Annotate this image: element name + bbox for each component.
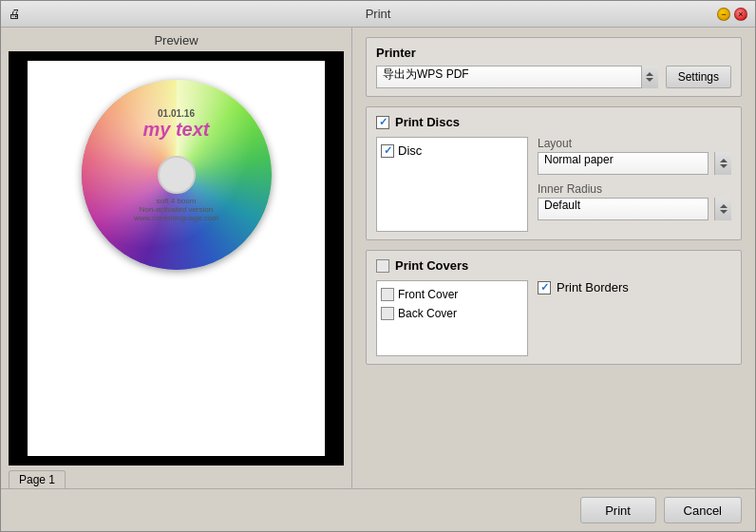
disc-item-checkbox[interactable]: ✓ — [381, 144, 394, 158]
print-button[interactable]: Print — [580, 497, 656, 523]
bottom-bar: Print Cancel — [1, 488, 755, 531]
minimize-button[interactable]: − — [717, 8, 730, 21]
disc-logo-line2: Non-activated version — [134, 205, 218, 214]
print-borders-label: Print Borders — [557, 280, 629, 294]
disc-checkmark-icon: ✓ — [384, 144, 392, 157]
titlebar: 🖨 Print − × — [1, 1, 755, 28]
back-cover-label: Back Cover — [398, 307, 457, 320]
print-covers-label: Print Covers — [395, 258, 468, 273]
print-covers-section: Print Covers Front Cover Back Cover — [366, 250, 742, 365]
covers-options: ✓ Print Borders — [538, 280, 629, 356]
front-cover-label: Front Cover — [398, 288, 458, 301]
app-icon: 🖨 — [9, 7, 24, 22]
inner-radius-arrow-down-icon — [720, 210, 728, 214]
page-tab-1[interactable]: Page 1 — [9, 470, 66, 488]
disc-options: Layout Normal paper — [538, 137, 731, 232]
settings-pane: Printer 导出为WPS PDF Settings — [352, 28, 755, 488]
inner-radius-arrow — [714, 198, 731, 220]
disc-logo: soft 4 boom Non-activated version www.co… — [134, 197, 218, 222]
print-discs-checkbox[interactable]: ✓ — [376, 116, 389, 129]
printer-row: 导出为WPS PDF Settings — [376, 66, 731, 88]
print-covers-title-row: Print Covers — [376, 258, 731, 273]
layout-select-wrap: Normal paper — [538, 152, 731, 175]
layout-option: Layout Normal paper — [538, 137, 731, 175]
printer-select-arrow — [641, 66, 658, 88]
print-discs-label: Print Discs — [395, 115, 460, 129]
inner-radius-option: Inner Radius Default — [538, 182, 731, 220]
layout-arrow — [714, 152, 731, 175]
disc-hole — [158, 156, 196, 194]
covers-body: Front Cover Back Cover ✓ Print Border — [376, 280, 731, 356]
disc-date: 01.01.16 — [142, 108, 209, 119]
layout-select[interactable]: Normal paper — [538, 152, 709, 175]
window-title: Print — [366, 7, 391, 21]
disc-list: ✓ Disc — [376, 137, 528, 232]
close-icon: × — [738, 10, 743, 19]
print-discs-title-row: ✓ Print Discs — [376, 115, 731, 129]
close-button[interactable]: × — [734, 8, 747, 21]
layout-arrow-up-icon — [720, 159, 728, 162]
preview-pane: Preview 01.01.16 my text soft 4 boom — [1, 28, 352, 488]
print-borders-row: ✓ Print Borders — [538, 280, 629, 294]
disc-list-item: ✓ Disc — [381, 142, 523, 160]
arrow-down-icon — [646, 78, 653, 82]
main-content: Preview 01.01.16 my text soft 4 boom — [1, 28, 755, 488]
back-cover-item: Back Cover — [381, 304, 523, 323]
settings-button[interactable]: Settings — [666, 66, 731, 88]
inner-radius-label: Inner Radius — [538, 182, 731, 196]
preview-label: Preview — [1, 28, 351, 51]
page-tab-bar: Page 1 — [1, 466, 351, 488]
minimize-icon: − — [721, 10, 726, 19]
cancel-button[interactable]: Cancel — [664, 497, 742, 523]
preview-page: 01.01.16 my text soft 4 boom Non-activat… — [28, 61, 325, 456]
layout-label: Layout — [538, 137, 731, 150]
printer-selected-value: 导出为WPS PDF — [383, 67, 469, 81]
disc-image: 01.01.16 my text soft 4 boom Non-activat… — [82, 80, 272, 270]
printer-section: Printer 导出为WPS PDF Settings — [366, 37, 742, 97]
disc-logo-line3: www.coverlanguage.com — [134, 214, 218, 222]
arrow-up-icon — [646, 72, 653, 76]
disc-mytext: my text — [142, 119, 209, 141]
layout-value: Normal paper — [544, 153, 614, 166]
preview-area: 01.01.16 my text soft 4 boom Non-activat… — [9, 51, 344, 466]
inner-radius-select[interactable]: Default — [538, 198, 709, 220]
inner-radius-arrow-up-icon — [720, 204, 728, 208]
print-covers-checkbox[interactable] — [376, 259, 389, 273]
printer-select-wrap: 导出为WPS PDF — [376, 66, 658, 88]
inner-radius-value: Default — [544, 199, 580, 212]
cover-list: Front Cover Back Cover — [376, 280, 528, 356]
inner-radius-select-wrap: Default — [538, 198, 731, 220]
print-dialog: 🖨 Print − × Preview 01. — [0, 0, 756, 532]
borders-checkmark-icon: ✓ — [540, 281, 549, 294]
printer-select[interactable]: 导出为WPS PDF — [376, 66, 658, 88]
printer-section-label: Printer — [376, 46, 731, 60]
discs-body: ✓ Disc Layout Normal paper — [376, 137, 731, 232]
front-cover-checkbox[interactable] — [381, 288, 394, 301]
disc-logo-line1: soft 4 boom — [134, 197, 218, 205]
print-discs-section: ✓ Print Discs ✓ Disc — [366, 106, 742, 240]
window-controls: − × — [717, 8, 747, 21]
front-cover-item: Front Cover — [381, 285, 523, 304]
disc-item-label: Disc — [398, 143, 422, 158]
print-borders-checkbox[interactable]: ✓ — [538, 281, 551, 294]
disc-text: 01.01.16 my text — [142, 108, 209, 141]
checkmark-icon: ✓ — [379, 116, 387, 128]
back-cover-checkbox[interactable] — [381, 307, 394, 320]
layout-arrow-down-icon — [720, 164, 728, 168]
